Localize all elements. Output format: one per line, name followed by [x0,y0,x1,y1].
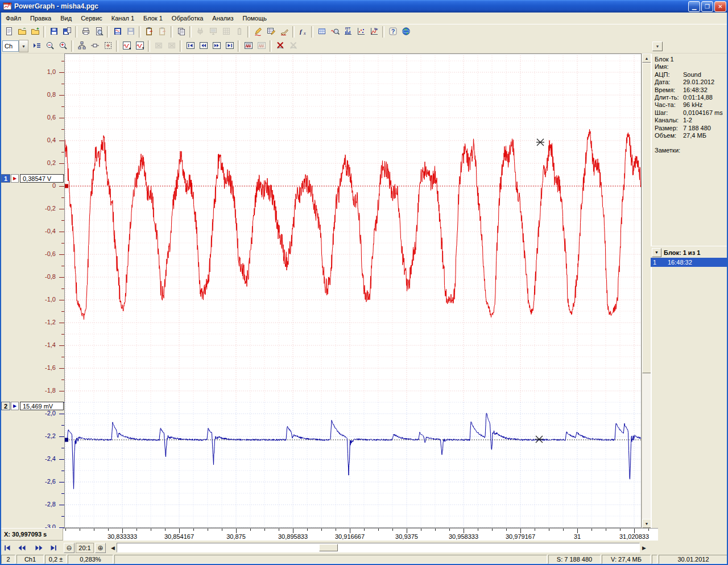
x-axis-minor-tick [321,529,322,531]
x-axis-minor-tick [336,529,336,531]
menu-4[interactable]: Сервис [76,14,107,23]
channel-selector[interactable]: Ch▼ [2,40,28,52]
zoom-out-button[interactable]: − [43,40,56,52]
copy-graph-button[interactable] [143,26,156,38]
minimize-button[interactable]: ▁ [688,1,700,12]
block-next-button[interactable] [210,40,223,52]
block-prev-button[interactable] [197,40,210,52]
time-scrollbar-thumb[interactable] [319,544,338,551]
save-fragment-button[interactable] [111,26,124,38]
save-button[interactable] [47,26,60,38]
scale-up-button[interactable]: ▲ [120,40,133,52]
y-axis-tick [59,459,64,460]
block-last-button[interactable] [223,40,236,52]
fft-analysis-button[interactable]: FFT [341,26,354,38]
x-axis-minor-tick [492,529,493,531]
menu-5[interactable]: Канал 1 [107,14,139,23]
histogram-button[interactable]: Nv [367,26,380,38]
panel-dropdown-button[interactable]: ▼ [652,42,663,51]
waveform-plot[interactable] [64,53,642,528]
svg-text:+: + [61,42,64,48]
compress-all-button[interactable] [255,40,268,52]
arrange-channels-button[interactable] [75,40,88,52]
channel-2-number[interactable]: 2 [1,402,10,410]
menu-9[interactable]: Помощь [238,14,271,23]
sign-block-icon [280,27,289,37]
hscroll-left-icon[interactable]: ◀ [109,545,117,551]
block-list-row[interactable]: 1 16:48:32 [651,258,728,267]
status-cell-1: 2 [1,555,15,564]
info-label: Время: [655,86,683,94]
help-button[interactable]: ? [386,26,399,38]
formula-editor-button[interactable]: fx [296,26,309,38]
channel-2-cursor-arrow-icon[interactable]: ▶ [11,402,19,410]
channel-1-value[interactable]: 0,38547 V [20,174,64,183]
delete-all-button[interactable] [287,40,300,52]
menu-6[interactable]: Блок 1 [139,14,167,23]
go-next-button[interactable] [32,542,46,554]
scroll-up-icon[interactable]: ▲ [642,53,651,63]
auto-scale-button[interactable] [101,40,114,52]
go-last-button[interactable] [46,542,60,554]
append-file-button[interactable]: + [28,26,42,38]
signal-search-button[interactable] [328,26,341,38]
sign-block-button[interactable] [278,26,291,38]
time-scrollbar[interactable] [117,543,640,552]
delete-block-button[interactable] [274,40,287,52]
cut-left-button[interactable] [152,40,165,52]
save-selection-button[interactable] [124,26,137,38]
save-as-button[interactable] [60,26,73,38]
block-first-button[interactable] [184,40,197,52]
title-bar[interactable]: PowerGraph - misha4.pgc ▁ ❐ ✕ [0,0,728,13]
close-button[interactable]: ✕ [714,1,726,12]
print-preview-button[interactable] [92,26,105,38]
vscroll-thumb[interactable] [642,63,651,373]
chevron-down-icon[interactable]: ▼ [19,40,28,52]
edit-notes-button[interactable] [251,26,264,38]
cut-left-icon [154,41,163,51]
record-options-button[interactable] [220,26,233,38]
menu-1[interactable]: Файл [1,14,26,23]
record-device-button[interactable] [193,26,206,38]
x-axis-label: 30,9375 [395,533,418,540]
menu-7[interactable]: Обработка [167,14,208,23]
record-level-button[interactable] [233,26,246,38]
zoom-in-button[interactable]: + [56,40,69,52]
hscroll-right-icon[interactable]: ▶ [640,545,648,551]
x-axis-label: 30,895833 [278,533,308,540]
menu-2[interactable]: Правка [26,14,56,23]
go-prev-button[interactable] [14,542,28,554]
x-axis-tick [236,529,237,533]
scale-down-button[interactable]: ▼ [133,40,146,52]
cut-right-button[interactable] [165,40,178,52]
toolbar-separator [116,40,118,52]
plot-vertical-scrollbar[interactable]: ▲ ▼ [642,53,651,528]
monitor-signal-button[interactable] [206,26,220,38]
menu-8[interactable]: Анализ [208,14,238,23]
zoom-out-time-button[interactable]: ⊖ [64,543,75,553]
paste-graph-button[interactable] [156,26,169,38]
zoom-in-time-button[interactable]: ⊕ [95,543,106,553]
block-list-dropdown-icon[interactable]: ▼ [652,248,661,257]
channel-2-value[interactable]: 15,469 mV [20,402,64,410]
channel-1-cursor-arrow-icon[interactable]: ▶ [11,174,19,183]
go-first-button[interactable] [0,542,14,554]
menu-3[interactable]: Вид [56,14,76,23]
copy-data-button[interactable] [175,26,188,38]
channel-list-button[interactable] [30,40,43,52]
compress-block-button[interactable] [242,40,255,52]
scroll-down-icon[interactable]: ▼ [642,519,651,528]
x-axis-minor-tick [620,529,621,531]
open-file-button[interactable] [15,26,28,38]
y-axis-label: -1,0 [0,296,56,303]
new-file-button[interactable] [2,26,15,38]
web-site-button[interactable] [399,26,412,38]
restore-button[interactable]: ❐ [701,1,713,12]
data-table-button[interactable] [315,26,328,38]
channel-1-number[interactable]: 1 [1,174,10,183]
print-button[interactable] [79,26,92,38]
align-signal-button[interactable] [88,40,101,52]
xy-plot-button[interactable] [354,26,367,38]
edit-table-button[interactable] [264,26,278,38]
channel-combo-value[interactable]: Ch [2,40,19,52]
